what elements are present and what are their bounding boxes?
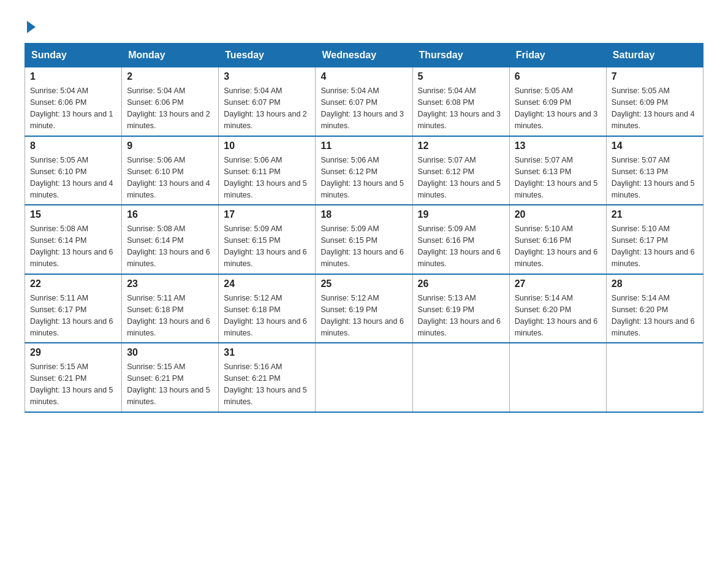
day-info: Sunrise: 5:16 AMSunset: 6:21 PMDaylight:… (224, 362, 307, 406)
day-number: 2 (127, 71, 213, 82)
day-info: Sunrise: 5:08 AMSunset: 6:14 PMDaylight:… (127, 224, 210, 268)
day-info: Sunrise: 5:07 AMSunset: 6:13 PMDaylight:… (612, 156, 695, 199)
calendar-cell (316, 343, 412, 412)
day-info: Sunrise: 5:06 AMSunset: 6:12 PMDaylight:… (320, 156, 404, 199)
day-info: Sunrise: 5:15 AMSunset: 6:21 PMDaylight:… (127, 362, 210, 406)
calendar-cell: 24 Sunrise: 5:12 AMSunset: 6:18 PMDaylig… (219, 274, 316, 343)
calendar-cell: 9 Sunrise: 5:06 AMSunset: 6:10 PMDayligh… (122, 136, 219, 205)
day-info: Sunrise: 5:12 AMSunset: 6:19 PMDaylight:… (320, 294, 404, 337)
week-row-1: 1 Sunrise: 5:04 AMSunset: 6:06 PMDayligh… (25, 67, 703, 136)
day-info: Sunrise: 5:05 AMSunset: 6:10 PMDaylight:… (30, 156, 113, 199)
week-row-2: 8 Sunrise: 5:05 AMSunset: 6:10 PMDayligh… (25, 136, 703, 205)
calendar-cell: 11 Sunrise: 5:06 AMSunset: 6:12 PMDaylig… (316, 136, 412, 205)
calendar-cell: 7 Sunrise: 5:05 AMSunset: 6:09 PMDayligh… (606, 67, 703, 136)
calendar-cell: 1 Sunrise: 5:04 AMSunset: 6:06 PMDayligh… (25, 67, 122, 136)
day-number: 12 (418, 140, 504, 151)
day-number: 5 (418, 71, 504, 82)
logo (25, 18, 36, 31)
day-number: 8 (30, 140, 116, 151)
day-number: 6 (515, 71, 601, 82)
day-number: 25 (320, 278, 407, 289)
day-info: Sunrise: 5:10 AMSunset: 6:16 PMDaylight:… (515, 224, 598, 268)
day-number: 19 (418, 209, 504, 220)
day-number: 17 (224, 209, 310, 220)
day-number: 10 (224, 140, 310, 151)
day-info: Sunrise: 5:07 AMSunset: 6:13 PMDaylight:… (515, 156, 598, 199)
day-number: 29 (30, 347, 116, 358)
calendar-cell (606, 343, 703, 412)
day-info: Sunrise: 5:04 AMSunset: 6:07 PMDaylight:… (224, 86, 307, 130)
calendar-cell: 10 Sunrise: 5:06 AMSunset: 6:11 PMDaylig… (219, 136, 316, 205)
day-number: 15 (30, 209, 116, 220)
day-number: 21 (612, 209, 698, 220)
column-header-friday: Friday (509, 44, 606, 67)
week-row-5: 29 Sunrise: 5:15 AMSunset: 6:21 PMDaylig… (25, 343, 703, 412)
calendar-cell (412, 343, 509, 412)
day-number: 16 (127, 209, 213, 220)
day-info: Sunrise: 5:04 AMSunset: 6:07 PMDaylight:… (320, 86, 404, 130)
day-number: 23 (127, 278, 213, 289)
logo-triangle-icon (27, 21, 36, 33)
header-row: SundayMondayTuesdayWednesdayThursdayFrid… (25, 44, 703, 67)
day-info: Sunrise: 5:08 AMSunset: 6:14 PMDaylight:… (30, 224, 113, 268)
day-number: 4 (320, 71, 407, 82)
day-info: Sunrise: 5:10 AMSunset: 6:17 PMDaylight:… (612, 224, 695, 268)
calendar-cell: 26 Sunrise: 5:13 AMSunset: 6:19 PMDaylig… (412, 274, 509, 343)
calendar-cell: 8 Sunrise: 5:05 AMSunset: 6:10 PMDayligh… (25, 136, 122, 205)
day-info: Sunrise: 5:09 AMSunset: 6:15 PMDaylight:… (224, 224, 307, 268)
day-info: Sunrise: 5:11 AMSunset: 6:18 PMDaylight:… (127, 294, 210, 337)
calendar-cell (509, 343, 606, 412)
day-number: 30 (127, 347, 213, 358)
column-header-saturday: Saturday (606, 44, 703, 67)
calendar-cell: 18 Sunrise: 5:09 AMSunset: 6:15 PMDaylig… (316, 205, 412, 274)
day-info: Sunrise: 5:14 AMSunset: 6:20 PMDaylight:… (612, 294, 695, 337)
day-info: Sunrise: 5:15 AMSunset: 6:21 PMDaylight:… (30, 362, 113, 406)
calendar-cell: 16 Sunrise: 5:08 AMSunset: 6:14 PMDaylig… (122, 205, 219, 274)
day-number: 3 (224, 71, 310, 82)
day-info: Sunrise: 5:11 AMSunset: 6:17 PMDaylight:… (30, 294, 113, 337)
day-info: Sunrise: 5:12 AMSunset: 6:18 PMDaylight:… (224, 294, 307, 337)
day-info: Sunrise: 5:07 AMSunset: 6:12 PMDaylight:… (418, 156, 501, 199)
calendar-cell: 31 Sunrise: 5:16 AMSunset: 6:21 PMDaylig… (219, 343, 316, 412)
column-header-sunday: Sunday (25, 44, 122, 67)
week-row-4: 22 Sunrise: 5:11 AMSunset: 6:17 PMDaylig… (25, 274, 703, 343)
calendar-cell: 6 Sunrise: 5:05 AMSunset: 6:09 PMDayligh… (509, 67, 606, 136)
column-header-wednesday: Wednesday (316, 44, 412, 67)
calendar-cell: 15 Sunrise: 5:08 AMSunset: 6:14 PMDaylig… (25, 205, 122, 274)
calendar-cell: 2 Sunrise: 5:04 AMSunset: 6:06 PMDayligh… (122, 67, 219, 136)
day-info: Sunrise: 5:14 AMSunset: 6:20 PMDaylight:… (515, 294, 598, 337)
calendar-cell: 23 Sunrise: 5:11 AMSunset: 6:18 PMDaylig… (122, 274, 219, 343)
calendar-cell: 20 Sunrise: 5:10 AMSunset: 6:16 PMDaylig… (509, 205, 606, 274)
day-number: 1 (30, 71, 116, 82)
day-number: 14 (612, 140, 698, 151)
calendar-cell: 3 Sunrise: 5:04 AMSunset: 6:07 PMDayligh… (219, 67, 316, 136)
calendar-cell: 22 Sunrise: 5:11 AMSunset: 6:17 PMDaylig… (25, 274, 122, 343)
column-header-thursday: Thursday (412, 44, 509, 67)
day-info: Sunrise: 5:13 AMSunset: 6:19 PMDaylight:… (418, 294, 501, 337)
day-number: 20 (515, 209, 601, 220)
day-info: Sunrise: 5:04 AMSunset: 6:08 PMDaylight:… (418, 86, 501, 130)
day-info: Sunrise: 5:06 AMSunset: 6:11 PMDaylight:… (224, 156, 307, 199)
day-info: Sunrise: 5:04 AMSunset: 6:06 PMDaylight:… (127, 86, 210, 130)
column-header-monday: Monday (122, 44, 219, 67)
day-info: Sunrise: 5:04 AMSunset: 6:06 PMDaylight:… (30, 86, 113, 130)
calendar-cell: 29 Sunrise: 5:15 AMSunset: 6:21 PMDaylig… (25, 343, 122, 412)
day-info: Sunrise: 5:05 AMSunset: 6:09 PMDaylight:… (612, 86, 695, 130)
calendar-cell: 30 Sunrise: 5:15 AMSunset: 6:21 PMDaylig… (122, 343, 219, 412)
day-number: 7 (612, 71, 698, 82)
column-header-tuesday: Tuesday (219, 44, 316, 67)
calendar-cell: 21 Sunrise: 5:10 AMSunset: 6:17 PMDaylig… (606, 205, 703, 274)
calendar-cell: 17 Sunrise: 5:09 AMSunset: 6:15 PMDaylig… (219, 205, 316, 274)
day-number: 28 (612, 278, 698, 289)
calendar-cell: 4 Sunrise: 5:04 AMSunset: 6:07 PMDayligh… (316, 67, 412, 136)
day-info: Sunrise: 5:09 AMSunset: 6:15 PMDaylight:… (320, 224, 404, 268)
day-number: 24 (224, 278, 310, 289)
day-info: Sunrise: 5:06 AMSunset: 6:10 PMDaylight:… (127, 156, 210, 199)
day-number: 27 (515, 278, 601, 289)
calendar-table: SundayMondayTuesdayWednesdayThursdayFrid… (25, 43, 703, 413)
day-number: 11 (320, 140, 407, 151)
day-number: 9 (127, 140, 213, 151)
calendar-cell: 14 Sunrise: 5:07 AMSunset: 6:13 PMDaylig… (606, 136, 703, 205)
calendar-cell: 19 Sunrise: 5:09 AMSunset: 6:16 PMDaylig… (412, 205, 509, 274)
calendar-cell: 27 Sunrise: 5:14 AMSunset: 6:20 PMDaylig… (509, 274, 606, 343)
